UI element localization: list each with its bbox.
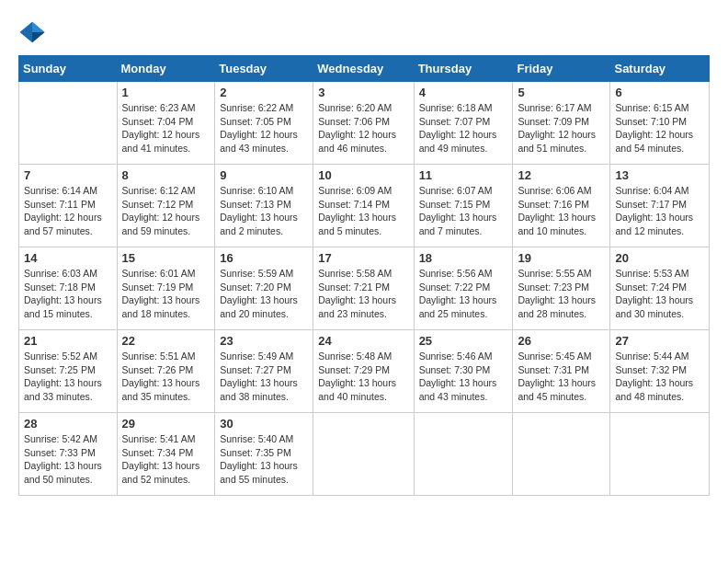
day-number: 20 — [615, 251, 704, 265]
cell-info: Sunrise: 6:03 AMSunset: 7:18 PMDaylight:… — [24, 267, 112, 321]
calendar-cell: 20Sunrise: 5:53 AMSunset: 7:24 PMDayligh… — [610, 247, 710, 330]
calendar-cell: 7Sunrise: 6:14 AMSunset: 7:11 PMDaylight… — [19, 165, 118, 247]
calendar-cell: 24Sunrise: 5:48 AMSunset: 7:29 PMDayligh… — [313, 330, 414, 413]
day-number: 17 — [318, 251, 408, 265]
calendar-week-row: 14Sunrise: 6:03 AMSunset: 7:18 PMDayligh… — [19, 247, 710, 330]
cell-info: Sunrise: 5:40 AMSunset: 7:35 PMDaylight:… — [220, 432, 308, 487]
calendar-cell: 22Sunrise: 5:51 AMSunset: 7:26 PMDayligh… — [117, 330, 215, 413]
logo — [18, 18, 51, 46]
day-number: 4 — [419, 86, 508, 99]
day-number: 26 — [518, 334, 605, 348]
calendar-cell: 10Sunrise: 6:09 AMSunset: 7:14 PMDayligh… — [313, 165, 414, 247]
cell-info: Sunrise: 5:55 AMSunset: 7:23 PMDaylight:… — [518, 267, 605, 321]
logo-icon — [18, 18, 46, 46]
calendar-cell: 26Sunrise: 5:45 AMSunset: 7:31 PMDayligh… — [513, 330, 610, 413]
calendar-cell: 19Sunrise: 5:55 AMSunset: 7:23 PMDayligh… — [513, 247, 610, 330]
day-number: 9 — [220, 168, 308, 182]
cell-info: Sunrise: 6:18 AMSunset: 7:07 PMDaylight:… — [419, 101, 508, 155]
calendar-cell: 6Sunrise: 6:15 AMSunset: 7:10 PMDaylight… — [610, 82, 710, 165]
calendar-cell: 9Sunrise: 6:10 AMSunset: 7:13 PMDaylight… — [215, 165, 313, 247]
cell-info: Sunrise: 6:06 AMSunset: 7:16 PMDaylight:… — [518, 184, 605, 238]
calendar-cell: 18Sunrise: 5:56 AMSunset: 7:22 PMDayligh… — [414, 247, 513, 330]
cell-info: Sunrise: 5:53 AMSunset: 7:24 PMDaylight:… — [615, 267, 704, 321]
cell-info: Sunrise: 5:56 AMSunset: 7:22 PMDaylight:… — [419, 267, 508, 321]
calendar-cell: 2Sunrise: 6:22 AMSunset: 7:05 PMDaylight… — [215, 82, 313, 165]
cell-info: Sunrise: 6:12 AMSunset: 7:12 PMDaylight:… — [122, 184, 210, 238]
day-number: 19 — [518, 251, 605, 265]
day-number: 1 — [122, 86, 210, 99]
calendar-cell: 15Sunrise: 6:01 AMSunset: 7:19 PMDayligh… — [117, 247, 215, 330]
calendar-cell: 4Sunrise: 6:18 AMSunset: 7:07 PMDaylight… — [414, 82, 513, 165]
cell-info: Sunrise: 5:48 AMSunset: 7:29 PMDaylight:… — [318, 350, 408, 404]
column-header-monday: Monday — [117, 56, 215, 82]
day-number: 25 — [419, 334, 508, 348]
cell-info: Sunrise: 5:42 AMSunset: 7:33 PMDaylight:… — [24, 432, 112, 487]
cell-info: Sunrise: 5:44 AMSunset: 7:32 PMDaylight:… — [615, 350, 704, 404]
day-number: 30 — [220, 417, 308, 431]
calendar-cell: 28Sunrise: 5:42 AMSunset: 7:33 PMDayligh… — [19, 413, 118, 496]
column-header-sunday: Sunday — [19, 56, 118, 82]
svg-marker-1 — [32, 22, 45, 32]
calendar-week-row: 28Sunrise: 5:42 AMSunset: 7:33 PMDayligh… — [19, 413, 710, 496]
cell-info: Sunrise: 6:23 AMSunset: 7:04 PMDaylight:… — [122, 101, 210, 155]
cell-info: Sunrise: 6:15 AMSunset: 7:10 PMDaylight:… — [615, 101, 704, 155]
day-number: 3 — [318, 86, 408, 99]
day-number: 29 — [122, 417, 210, 431]
day-number: 15 — [122, 251, 210, 265]
cell-info: Sunrise: 5:59 AMSunset: 7:20 PMDaylight:… — [220, 267, 308, 321]
calendar-cell — [414, 413, 513, 496]
page-header — [18, 18, 710, 46]
cell-info: Sunrise: 5:41 AMSunset: 7:34 PMDaylight:… — [122, 432, 210, 487]
calendar-header-row: SundayMondayTuesdayWednesdayThursdayFrid… — [19, 56, 710, 82]
cell-info: Sunrise: 5:46 AMSunset: 7:30 PMDaylight:… — [419, 350, 508, 404]
column-header-wednesday: Wednesday — [313, 56, 414, 82]
cell-info: Sunrise: 5:49 AMSunset: 7:27 PMDaylight:… — [220, 350, 308, 404]
svg-marker-2 — [32, 32, 45, 42]
cell-info: Sunrise: 6:07 AMSunset: 7:15 PMDaylight:… — [419, 184, 508, 238]
calendar-cell: 27Sunrise: 5:44 AMSunset: 7:32 PMDayligh… — [610, 330, 710, 413]
calendar-cell — [313, 413, 414, 496]
day-number: 16 — [220, 251, 308, 265]
cell-info: Sunrise: 5:45 AMSunset: 7:31 PMDaylight:… — [518, 350, 605, 404]
cell-info: Sunrise: 6:17 AMSunset: 7:09 PMDaylight:… — [518, 101, 605, 155]
calendar-cell: 30Sunrise: 5:40 AMSunset: 7:35 PMDayligh… — [215, 413, 313, 496]
day-number: 13 — [615, 168, 704, 182]
calendar-cell: 13Sunrise: 6:04 AMSunset: 7:17 PMDayligh… — [610, 165, 710, 247]
calendar-cell: 11Sunrise: 6:07 AMSunset: 7:15 PMDayligh… — [414, 165, 513, 247]
day-number: 27 — [615, 334, 704, 348]
calendar-cell: 25Sunrise: 5:46 AMSunset: 7:30 PMDayligh… — [414, 330, 513, 413]
calendar-cell: 12Sunrise: 6:06 AMSunset: 7:16 PMDayligh… — [513, 165, 610, 247]
day-number: 23 — [220, 334, 308, 348]
day-number: 2 — [220, 86, 308, 99]
calendar-cell: 1Sunrise: 6:23 AMSunset: 7:04 PMDaylight… — [117, 82, 215, 165]
day-number: 10 — [318, 168, 408, 182]
calendar-cell: 16Sunrise: 5:59 AMSunset: 7:20 PMDayligh… — [215, 247, 313, 330]
column-header-thursday: Thursday — [414, 56, 513, 82]
calendar-cell: 14Sunrise: 6:03 AMSunset: 7:18 PMDayligh… — [19, 247, 118, 330]
calendar-table: SundayMondayTuesdayWednesdayThursdayFrid… — [18, 55, 710, 496]
calendar-cell: 23Sunrise: 5:49 AMSunset: 7:27 PMDayligh… — [215, 330, 313, 413]
column-header-saturday: Saturday — [610, 56, 710, 82]
day-number: 12 — [518, 168, 605, 182]
day-number: 28 — [24, 417, 112, 431]
day-number: 14 — [24, 251, 112, 265]
day-number: 22 — [122, 334, 210, 348]
calendar-cell: 17Sunrise: 5:58 AMSunset: 7:21 PMDayligh… — [313, 247, 414, 330]
calendar-cell — [513, 413, 610, 496]
day-number: 6 — [615, 86, 704, 99]
cell-info: Sunrise: 5:52 AMSunset: 7:25 PMDaylight:… — [24, 350, 112, 404]
cell-info: Sunrise: 6:14 AMSunset: 7:11 PMDaylight:… — [24, 184, 112, 238]
day-number: 5 — [518, 86, 605, 99]
cell-info: Sunrise: 6:09 AMSunset: 7:14 PMDaylight:… — [318, 184, 408, 238]
calendar-cell: 21Sunrise: 5:52 AMSunset: 7:25 PMDayligh… — [19, 330, 118, 413]
calendar-cell: 8Sunrise: 6:12 AMSunset: 7:12 PMDaylight… — [117, 165, 215, 247]
day-number: 18 — [419, 251, 508, 265]
cell-info: Sunrise: 6:04 AMSunset: 7:17 PMDaylight:… — [615, 184, 704, 238]
calendar-week-row: 1Sunrise: 6:23 AMSunset: 7:04 PMDaylight… — [19, 82, 710, 165]
column-header-friday: Friday — [513, 56, 610, 82]
calendar-week-row: 21Sunrise: 5:52 AMSunset: 7:25 PMDayligh… — [19, 330, 710, 413]
day-number: 21 — [24, 334, 112, 348]
cell-info: Sunrise: 6:20 AMSunset: 7:06 PMDaylight:… — [318, 101, 408, 155]
calendar-week-row: 7Sunrise: 6:14 AMSunset: 7:11 PMDaylight… — [19, 165, 710, 247]
cell-info: Sunrise: 5:58 AMSunset: 7:21 PMDaylight:… — [318, 267, 408, 321]
